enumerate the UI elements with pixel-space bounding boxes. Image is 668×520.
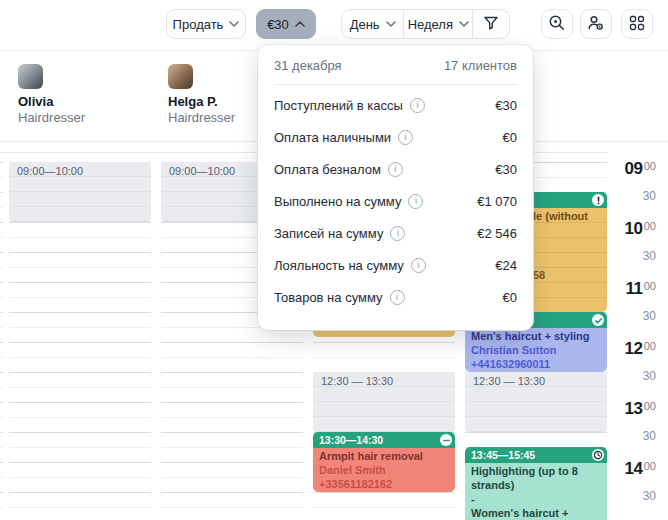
toolbar: Продать €30 День Неделя — [0, 0, 668, 51]
exclamation-icon — [592, 194, 604, 206]
busy-block: 09:00—10:00 — [9, 162, 151, 222]
summary-row-value: €30 — [495, 162, 517, 177]
person-gear-icon — [587, 14, 605, 35]
summary-row-label: Поступлений в кассы — [274, 98, 403, 113]
event-text-fragment: le (without — [533, 209, 588, 223]
staff-name: Olivia — [18, 94, 160, 110]
hour-label: 1000 — [624, 220, 656, 237]
filter-button[interactable] — [472, 10, 509, 38]
avatar — [18, 64, 43, 89]
hour-label: 0900 — [624, 160, 656, 177]
hour-label: 1400 — [624, 460, 656, 477]
view-switcher: День Неделя — [341, 9, 510, 39]
summary-row-label: Выполнено на сумму — [274, 194, 401, 209]
busy-block-time: 09:00—10:00 — [9, 162, 151, 177]
half-hour-label: 30 — [643, 310, 656, 322]
busy-block: 12:30 — 13:30 — [313, 372, 455, 432]
hour-label: 1100 — [625, 280, 656, 297]
half-hour-label: 30 — [643, 490, 656, 502]
panel-clients-count: 17 клиентов — [444, 57, 517, 75]
sell-button-label: Продать — [173, 17, 224, 32]
apps-grid-button[interactable] — [621, 9, 653, 39]
panel-date: 31 декабря — [274, 57, 342, 75]
event-text-line: Armpit hair removal — [319, 449, 449, 463]
summary-row-value: €0 — [503, 290, 517, 305]
info-icon[interactable] — [408, 194, 423, 209]
busy-block-time: 12:30 — 13:30 — [465, 372, 607, 387]
chevron-down-icon — [229, 21, 239, 27]
calendar-column-olivia[interactable]: 09:00—10:00 — [9, 162, 151, 520]
avatar — [168, 64, 193, 89]
revenue-summary-panel: 31 декабря 17 клиентов Поступлений в кас… — [258, 45, 533, 330]
day-view-label: День — [350, 17, 380, 32]
event-text-line: - — [471, 492, 601, 506]
event-time-header: 13:30—14:30 — [313, 432, 455, 448]
summary-row-value: €2 546 — [477, 226, 517, 241]
sell-button[interactable]: Продать — [166, 9, 246, 39]
summary-row-label: Товаров на сумму — [274, 290, 383, 305]
summary-row-label: Лояльность на сумму — [274, 258, 404, 273]
chevron-down-icon — [459, 21, 469, 27]
summary-row-value: €1 070 — [477, 194, 517, 209]
summary-row: Выполнено на сумму€1 070 — [274, 185, 517, 217]
panel-divider — [274, 84, 517, 85]
summary-row: Лояльность на сумму€24 — [274, 249, 517, 281]
summary-row-value: €0 — [503, 130, 517, 145]
info-icon[interactable] — [410, 98, 425, 113]
half-hour-label: 30 — [643, 250, 656, 262]
summary-row-value: €24 — [495, 258, 517, 273]
check-icon — [592, 314, 604, 326]
event-text-line: Women's haircut + styling — [471, 506, 601, 520]
filter-funnel-icon — [483, 15, 499, 34]
event-time-range: 13:45—15:45 — [471, 449, 535, 461]
appointment-event[interactable]: 13:30—14:30Armpit hair removalDaniel Smi… — [313, 432, 455, 492]
chevron-up-icon — [295, 21, 305, 27]
info-icon[interactable] — [390, 290, 405, 305]
info-icon[interactable] — [390, 226, 405, 241]
event-text-line: +441632960011 — [471, 357, 601, 371]
event-text-line: Christian Sutton — [471, 343, 601, 357]
summary-row-label: Оплата безналом — [274, 162, 381, 177]
event-text-line: Highlighting (up to 8 strands) — [471, 464, 601, 492]
appointment-event[interactable]: 13:45—15:45Highlighting (up to 8 strands… — [465, 447, 607, 520]
hour-label: 1300 — [624, 400, 656, 417]
half-hour-label: 30 — [643, 430, 656, 442]
grid-icon — [629, 15, 645, 34]
info-icon[interactable] — [398, 130, 413, 145]
time-gutter: 090030100030110030120030130030140030 — [607, 152, 668, 520]
zoom-button[interactable] — [541, 9, 573, 39]
info-icon[interactable] — [411, 258, 426, 273]
summary-row: Записей на сумму€2 546 — [274, 217, 517, 249]
magnifier-dot-icon — [548, 14, 566, 35]
event-body: Armpit hair removalDaniel Smith+33561182… — [313, 448, 455, 492]
busy-block: 12:30 — 13:30 — [465, 372, 607, 432]
busy-block-time: 12:30 — 13:30 — [313, 372, 455, 387]
panel-rows: Поступлений в кассы€30Оплата наличными€0… — [274, 89, 517, 313]
clock-icon — [592, 449, 604, 461]
summary-row: Оплата безналом€30 — [274, 153, 517, 185]
staff-header-olivia[interactable]: Olivia Hairdresser — [18, 64, 160, 126]
event-text-line: Daniel Smith — [319, 463, 449, 477]
half-hour-label: 30 — [643, 370, 656, 382]
summary-row: Оплата наличными€0 — [274, 121, 517, 153]
revenue-button-label: €30 — [267, 17, 289, 32]
week-view-label: Неделя — [408, 17, 453, 32]
staff-role: Hairdresser — [18, 110, 160, 126]
summary-row-label: Записей на сумму — [274, 226, 383, 241]
revenue-summary-button[interactable]: €30 — [256, 9, 316, 39]
summary-row-label: Оплата наличными — [274, 130, 391, 145]
event-body: Men's haircut + stylingChristian Sutton+… — [465, 328, 607, 372]
summary-row-value: €30 — [495, 98, 517, 113]
day-view-button[interactable]: День — [342, 10, 403, 38]
hour-label: 1200 — [624, 340, 656, 357]
minus-icon — [440, 434, 452, 446]
event-time-range: 13:30—14:30 — [319, 434, 383, 446]
event-text-line: +33561182162 — [319, 477, 449, 491]
week-view-button[interactable]: Неделя — [403, 10, 472, 38]
info-icon[interactable] — [388, 162, 403, 177]
event-text-line: Men's haircut + styling — [471, 329, 601, 343]
staff-settings-button[interactable] — [580, 9, 612, 39]
event-text-fragment: 58 — [533, 268, 545, 282]
event-time-header: 13:45—15:45 — [465, 447, 607, 463]
chevron-down-icon — [386, 21, 396, 27]
